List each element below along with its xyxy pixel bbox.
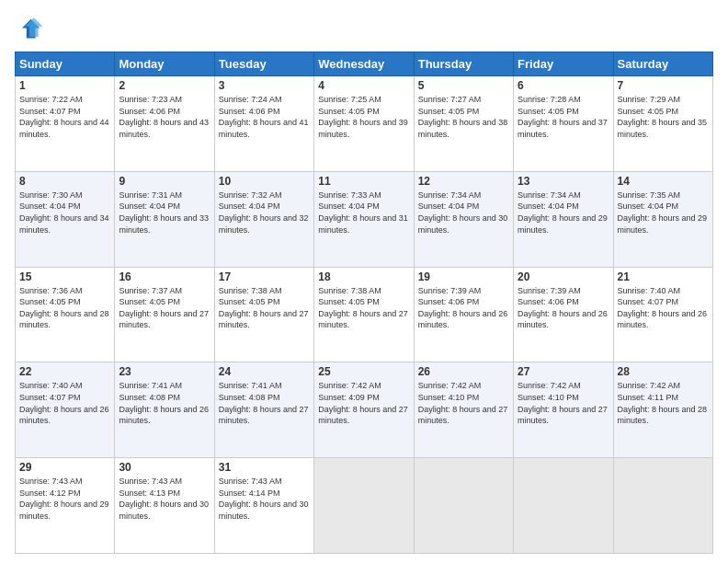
day-info: Sunrise: 7:27 AMSunset: 4:05 PMDaylight:… (418, 94, 509, 140)
calendar-cell: 17Sunrise: 7:38 AMSunset: 4:05 PMDayligh… (214, 267, 313, 362)
day-info: Sunrise: 7:29 AMSunset: 4:05 PMDaylight:… (618, 94, 709, 140)
day-info: Sunrise: 7:32 AMSunset: 4:04 PMDaylight:… (219, 190, 310, 236)
day-info: Sunrise: 7:40 AMSunset: 4:07 PMDaylight:… (19, 380, 110, 426)
day-info: Sunrise: 7:42 AMSunset: 4:11 PMDaylight:… (618, 380, 709, 426)
day-info: Sunrise: 7:43 AMSunset: 4:13 PMDaylight:… (119, 476, 210, 522)
calendar-cell: 1Sunrise: 7:22 AMSunset: 4:07 PMDaylight… (16, 76, 115, 172)
calendar-cell: 31Sunrise: 7:43 AMSunset: 4:14 PMDayligh… (214, 458, 313, 554)
calendar-cell (613, 458, 712, 554)
day-info: Sunrise: 7:30 AMSunset: 4:04 PMDaylight:… (19, 190, 110, 236)
day-number: 24 (219, 365, 310, 378)
calendar-cell: 8Sunrise: 7:30 AMSunset: 4:04 PMDaylight… (16, 171, 115, 267)
day-number: 2 (119, 79, 210, 92)
day-number: 29 (19, 461, 110, 474)
calendar-cell: 9Sunrise: 7:31 AMSunset: 4:04 PMDaylight… (115, 171, 214, 267)
day-info: Sunrise: 7:42 AMSunset: 4:09 PMDaylight:… (318, 380, 409, 426)
calendar-cell: 27Sunrise: 7:42 AMSunset: 4:10 PMDayligh… (514, 362, 613, 458)
logo (15, 15, 48, 44)
day-info: Sunrise: 7:23 AMSunset: 4:06 PMDaylight:… (119, 94, 210, 140)
calendar-week-row: 29Sunrise: 7:43 AMSunset: 4:12 PMDayligh… (16, 458, 713, 554)
calendar-week-row: 8Sunrise: 7:30 AMSunset: 4:04 PMDaylight… (16, 171, 713, 267)
day-info: Sunrise: 7:24 AMSunset: 4:06 PMDaylight:… (219, 94, 310, 140)
calendar-cell (414, 458, 513, 554)
calendar-week-row: 15Sunrise: 7:36 AMSunset: 4:05 PMDayligh… (16, 267, 713, 362)
calendar-cell: 5Sunrise: 7:27 AMSunset: 4:05 PMDaylight… (414, 76, 513, 172)
day-number: 23 (119, 365, 210, 378)
calendar-cell (314, 458, 414, 554)
day-number: 27 (518, 365, 609, 378)
calendar-cell (514, 458, 613, 554)
calendar-cell: 18Sunrise: 7:38 AMSunset: 4:05 PMDayligh… (314, 267, 414, 362)
day-number: 6 (518, 79, 609, 92)
calendar-cell: 24Sunrise: 7:41 AMSunset: 4:08 PMDayligh… (214, 362, 313, 458)
day-number: 9 (119, 175, 210, 188)
calendar-cell: 25Sunrise: 7:42 AMSunset: 4:09 PMDayligh… (314, 362, 414, 458)
dow-header: Saturday (613, 52, 712, 76)
calendar-cell: 21Sunrise: 7:40 AMSunset: 4:07 PMDayligh… (613, 267, 712, 362)
day-number: 28 (618, 365, 709, 378)
day-number: 5 (418, 79, 509, 92)
day-number: 3 (219, 79, 310, 92)
header (15, 15, 713, 44)
day-number: 10 (219, 175, 310, 188)
dow-header: Monday (115, 52, 214, 76)
day-info: Sunrise: 7:38 AMSunset: 4:05 PMDaylight:… (219, 285, 310, 331)
day-number: 30 (119, 461, 210, 474)
day-info: Sunrise: 7:41 AMSunset: 4:08 PMDaylight:… (219, 380, 310, 426)
day-of-week-row: SundayMondayTuesdayWednesdayThursdayFrid… (16, 52, 713, 76)
calendar-cell: 20Sunrise: 7:39 AMSunset: 4:06 PMDayligh… (514, 267, 613, 362)
calendar-cell: 13Sunrise: 7:34 AMSunset: 4:04 PMDayligh… (514, 171, 613, 267)
page: SundayMondayTuesdayWednesdayThursdayFrid… (0, 0, 728, 563)
day-number: 15 (19, 270, 110, 283)
day-info: Sunrise: 7:38 AMSunset: 4:05 PMDaylight:… (318, 285, 409, 331)
calendar-cell: 22Sunrise: 7:40 AMSunset: 4:07 PMDayligh… (16, 362, 115, 458)
day-number: 31 (219, 461, 310, 474)
calendar-cell: 30Sunrise: 7:43 AMSunset: 4:13 PMDayligh… (115, 458, 214, 554)
day-number: 7 (618, 79, 709, 92)
day-number: 13 (518, 175, 609, 188)
calendar-cell: 19Sunrise: 7:39 AMSunset: 4:06 PMDayligh… (414, 267, 513, 362)
day-info: Sunrise: 7:42 AMSunset: 4:10 PMDaylight:… (518, 380, 609, 426)
calendar-cell: 26Sunrise: 7:42 AMSunset: 4:10 PMDayligh… (414, 362, 513, 458)
day-number: 1 (19, 79, 110, 92)
day-info: Sunrise: 7:33 AMSunset: 4:04 PMDaylight:… (318, 190, 409, 236)
calendar-week-row: 22Sunrise: 7:40 AMSunset: 4:07 PMDayligh… (16, 362, 713, 458)
calendar-cell: 7Sunrise: 7:29 AMSunset: 4:05 PMDaylight… (613, 76, 712, 172)
calendar-cell: 3Sunrise: 7:24 AMSunset: 4:06 PMDaylight… (214, 76, 313, 172)
calendar-cell: 6Sunrise: 7:28 AMSunset: 4:05 PMDaylight… (514, 76, 613, 172)
dow-header: Friday (514, 52, 613, 76)
calendar-cell: 23Sunrise: 7:41 AMSunset: 4:08 PMDayligh… (115, 362, 214, 458)
calendar-cell: 2Sunrise: 7:23 AMSunset: 4:06 PMDaylight… (115, 76, 214, 172)
day-info: Sunrise: 7:37 AMSunset: 4:05 PMDaylight:… (119, 285, 210, 331)
day-info: Sunrise: 7:41 AMSunset: 4:08 PMDaylight:… (119, 380, 210, 426)
calendar-body: 1Sunrise: 7:22 AMSunset: 4:07 PMDaylight… (16, 76, 713, 554)
day-info: Sunrise: 7:34 AMSunset: 4:04 PMDaylight:… (518, 190, 609, 236)
day-info: Sunrise: 7:39 AMSunset: 4:06 PMDaylight:… (418, 285, 509, 331)
day-info: Sunrise: 7:25 AMSunset: 4:05 PMDaylight:… (318, 94, 409, 140)
day-info: Sunrise: 7:34 AMSunset: 4:04 PMDaylight:… (418, 190, 509, 236)
dow-header: Thursday (414, 52, 513, 76)
day-number: 20 (518, 270, 609, 283)
calendar-cell: 10Sunrise: 7:32 AMSunset: 4:04 PMDayligh… (214, 171, 313, 267)
dow-header: Sunday (16, 52, 115, 76)
calendar-cell: 4Sunrise: 7:25 AMSunset: 4:05 PMDaylight… (314, 76, 414, 172)
calendar-table: SundayMondayTuesdayWednesdayThursdayFrid… (15, 52, 713, 554)
logo-icon (15, 15, 44, 44)
day-info: Sunrise: 7:43 AMSunset: 4:14 PMDaylight:… (219, 476, 310, 522)
day-info: Sunrise: 7:43 AMSunset: 4:12 PMDaylight:… (19, 476, 110, 522)
day-info: Sunrise: 7:40 AMSunset: 4:07 PMDaylight:… (618, 285, 709, 331)
calendar-cell: 15Sunrise: 7:36 AMSunset: 4:05 PMDayligh… (16, 267, 115, 362)
day-number: 17 (219, 270, 310, 283)
dow-header: Tuesday (214, 52, 313, 76)
day-number: 16 (119, 270, 210, 283)
day-info: Sunrise: 7:35 AMSunset: 4:04 PMDaylight:… (618, 190, 709, 236)
calendar-cell: 14Sunrise: 7:35 AMSunset: 4:04 PMDayligh… (613, 171, 712, 267)
dow-header: Wednesday (314, 52, 414, 76)
calendar-cell: 29Sunrise: 7:43 AMSunset: 4:12 PMDayligh… (16, 458, 115, 554)
calendar-cell: 16Sunrise: 7:37 AMSunset: 4:05 PMDayligh… (115, 267, 214, 362)
day-info: Sunrise: 7:31 AMSunset: 4:04 PMDaylight:… (119, 190, 210, 236)
day-number: 25 (318, 365, 409, 378)
day-number: 18 (318, 270, 409, 283)
calendar-week-row: 1Sunrise: 7:22 AMSunset: 4:07 PMDaylight… (16, 76, 713, 172)
day-number: 4 (318, 79, 409, 92)
